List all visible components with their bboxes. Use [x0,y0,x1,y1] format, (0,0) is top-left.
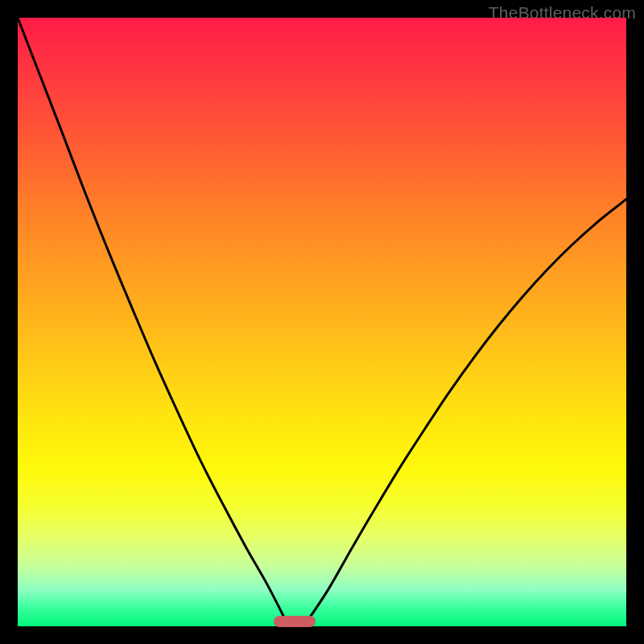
optimal-range-marker [274,616,316,627]
curve-right-branch [303,199,626,626]
curve-svg [18,18,626,626]
chart-frame: TheBottleneck.com [0,0,644,644]
curve-left-branch [18,18,288,626]
plot-area [18,18,626,626]
